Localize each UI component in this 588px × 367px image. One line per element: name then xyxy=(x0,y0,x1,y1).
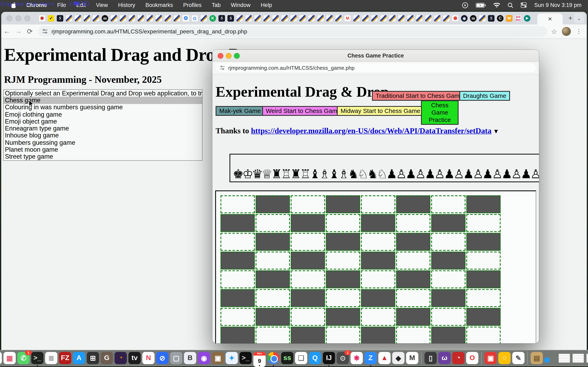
board-cell-r4c1[interactable] xyxy=(256,270,290,288)
board-cell-r4c6[interactable] xyxy=(431,270,466,288)
board-cell-r3c4[interactable] xyxy=(361,252,395,269)
dock-appstore[interactable]: A xyxy=(73,352,85,364)
menu-item-tab[interactable]: Tab xyxy=(212,2,221,8)
pinned-tab-pen[interactable] xyxy=(82,13,91,24)
chess-piece-5[interactable]: ♖ xyxy=(281,167,290,181)
dock-intellij[interactable]: IJ xyxy=(323,352,335,364)
board-cell-r5c3[interactable] xyxy=(326,289,360,307)
battery-icon[interactable] xyxy=(476,3,486,8)
board-cell-r1c0[interactable] xyxy=(221,214,255,232)
chess-piece-6[interactable]: ♜ xyxy=(290,167,300,181)
pinned-tab-pen[interactable] xyxy=(127,13,136,24)
dock-win[interactable] xyxy=(572,352,585,364)
board-cell-r6c7[interactable] xyxy=(466,308,501,326)
popup-zoom-button[interactable] xyxy=(234,53,240,59)
chess-piece-31[interactable]: ♙ xyxy=(530,167,539,181)
pinned-tab-c[interactable]: C xyxy=(496,13,505,24)
chess-piece-11[interactable]: ♗ xyxy=(338,167,348,181)
board-cell-r4c7[interactable] xyxy=(466,270,501,288)
pinned-tab-pen[interactable] xyxy=(91,13,100,24)
menu-item-profiles[interactable]: Profiles xyxy=(183,2,201,8)
chess-piece-25[interactable]: ♙ xyxy=(473,167,482,181)
chess-piece-19[interactable]: ♙ xyxy=(415,167,425,181)
board-cell-r1c2[interactable] xyxy=(291,214,325,232)
dock-photos-gray[interactable]: ▢ xyxy=(170,352,182,364)
listbox-option-numbers-guessing-game[interactable]: Numbers guessing game xyxy=(4,139,202,146)
chess-piece-20[interactable]: ♟ xyxy=(425,167,434,181)
practice-game-button[interactable]: Chess Game Practice xyxy=(421,100,458,125)
popup-close-button[interactable] xyxy=(218,53,223,59)
dock-bbedit[interactable]: B xyxy=(184,352,196,364)
chess-piece-3[interactable]: ♕ xyxy=(261,167,271,181)
pinned-tab-play[interactable]: ▶ xyxy=(523,13,532,24)
pinned-tab-pen[interactable] xyxy=(289,13,298,24)
tab-search-button[interactable]: ⌄ xyxy=(574,13,584,23)
dock-photos-red[interactable]: ▣ xyxy=(484,352,497,364)
board-cell-r4c5[interactable] xyxy=(396,270,430,288)
url-bar[interactable]: rjmprogramming.com.au/HTMLCSS/experiment… xyxy=(38,26,547,37)
chess-piece-14[interactable]: ♞ xyxy=(367,167,377,181)
board-cell-r2c5[interactable] xyxy=(396,233,430,251)
dock-books[interactable]: ▣ xyxy=(212,352,224,364)
board-cell-r5c5[interactable] xyxy=(396,289,430,307)
dock-mini[interactable] xyxy=(545,352,557,364)
dock-screentime[interactable]: ⊘ xyxy=(156,352,168,364)
pinned-tab-s[interactable]: S xyxy=(226,13,235,24)
pinned-tab-pen[interactable] xyxy=(388,13,397,24)
board-cell-r3c2[interactable] xyxy=(291,252,325,269)
listbox-option-enneagram-type-game[interactable]: Enneagram type game xyxy=(4,125,202,132)
board-cell-r3c7[interactable] xyxy=(466,252,501,269)
chess-piece-7[interactable]: ♖ xyxy=(300,167,310,181)
pinned-tab-pen[interactable] xyxy=(433,13,442,24)
chess-piece-26[interactable]: ♟ xyxy=(482,167,492,181)
wifi-icon[interactable] xyxy=(493,3,501,8)
dock-terminal[interactable]: >_ xyxy=(31,352,43,364)
dock-cat-app[interactable]: ω xyxy=(438,352,450,364)
chess-piece-21[interactable]: ♙ xyxy=(434,167,444,181)
board-cell-r6c0[interactable] xyxy=(221,308,255,326)
board-cell-r0c7[interactable] xyxy=(466,195,501,213)
close-window-button[interactable] xyxy=(7,15,12,21)
pinned-tab-pen[interactable] xyxy=(298,13,307,24)
midway-game-button[interactable]: Midway Start to Chess Game xyxy=(337,106,424,116)
pinned-tab-pen[interactable] xyxy=(271,13,280,24)
pinned-tab-pen[interactable] xyxy=(235,13,244,24)
pinned-tab-m[interactable]: m xyxy=(469,13,478,24)
dock-chrome[interactable] xyxy=(267,352,279,364)
chess-piece-23[interactable]: ♙ xyxy=(453,167,463,181)
zoom-window-button[interactable] xyxy=(25,15,30,21)
board-cell-r0c6[interactable] xyxy=(431,195,466,213)
site-settings-icon[interactable] xyxy=(42,29,48,34)
chess-piece-16[interactable]: ♟ xyxy=(386,167,396,181)
board-cell-r0c0[interactable] xyxy=(221,195,255,213)
profile-avatar[interactable] xyxy=(562,27,571,36)
chess-piece-13[interactable]: ♘ xyxy=(357,167,367,181)
pinned-tab-pen[interactable] xyxy=(478,13,487,24)
makyek-game-button[interactable]: Mak-yek Game xyxy=(216,106,264,116)
board-cell-r2c1[interactable] xyxy=(256,233,290,251)
dock-safari[interactable]: ✦ xyxy=(226,352,238,364)
minimize-window-button[interactable] xyxy=(16,15,21,21)
board-cell-r7c0[interactable] xyxy=(221,327,255,343)
board-cell-r3c1[interactable] xyxy=(256,252,290,269)
board-cell-r0c5[interactable] xyxy=(396,195,430,213)
dock-calendar[interactable]: Nov9 xyxy=(253,352,266,364)
weird-game-button[interactable]: Weird Start to Chess Game xyxy=(262,106,344,116)
board-cell-r7c2[interactable] xyxy=(291,327,325,343)
board-cell-r1c4[interactable] xyxy=(361,214,395,232)
board-cell-r4c3[interactable] xyxy=(326,270,360,288)
board-cell-r6c4[interactable] xyxy=(361,308,395,326)
dock-quicktime[interactable]: Q xyxy=(309,352,321,364)
dock-news[interactable]: N xyxy=(142,352,155,364)
pinned-tab-pen[interactable] xyxy=(424,13,433,24)
dock-iphone-mirroring[interactable]: ▯ xyxy=(424,352,437,364)
pinned-tab-m[interactable]: m xyxy=(100,13,109,24)
chess-piece-2[interactable]: ♛ xyxy=(252,167,261,181)
pinned-tab-eye[interactable]: ◉ xyxy=(460,13,469,24)
bookmark-star-icon[interactable]: ☆ xyxy=(551,27,557,35)
board-cell-r2c4[interactable] xyxy=(361,233,395,251)
control-center-icon[interactable] xyxy=(521,2,527,8)
dock-iterm[interactable]: >_ xyxy=(240,352,252,364)
pinned-tab-check[interactable]: ✓ xyxy=(47,13,56,24)
board-cell-r1c6[interactable] xyxy=(431,214,466,232)
